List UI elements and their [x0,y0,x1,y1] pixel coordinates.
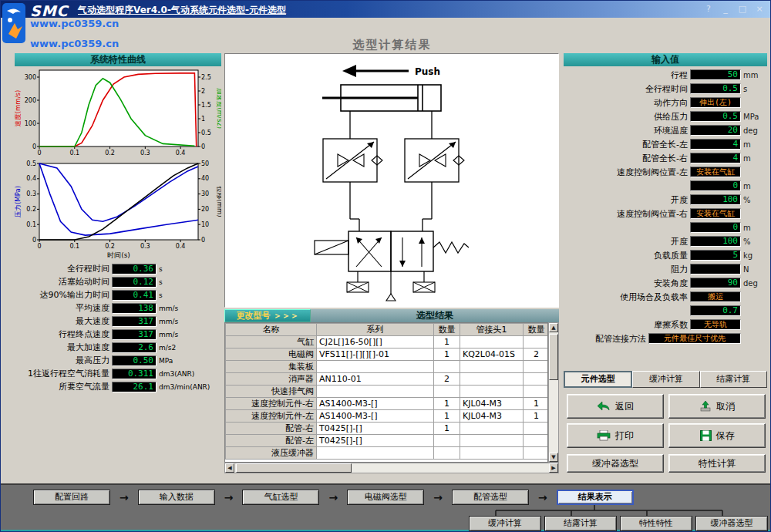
workflow-sub-button[interactable]: 特性特性 [620,516,692,531]
input-value: 0.7 [690,305,741,316]
scroll-up-button[interactable]: ▲ [549,323,558,332]
svg-text:0: 0 [37,243,41,250]
horizontal-scrollbar[interactable]: ◀ ▶ [224,463,559,473]
scroll-right-button[interactable]: ▶ [549,463,558,473]
row-qty2 [524,336,549,348]
workflow-step: → 电磁阀选型 [328,490,424,505]
workflow-sub-button[interactable]: 结露计算 [544,516,617,531]
vertical-scrollbar[interactable]: ▲ ▼ [548,322,559,463]
svg-text:0.3: 0.3 [140,150,150,157]
row-series: T0425[]-[] [317,423,434,435]
result-label: 行程终点速度 [15,328,112,340]
row-qty [434,435,460,447]
selection-table-row[interactable]: 配管-右 T0425[]-[] 1 [226,423,549,435]
tab[interactable]: 缓冲计算 [632,371,699,388]
selection-table-row[interactable]: 集装板 [226,361,549,373]
help-button[interactable]: ? [702,3,715,15]
scroll-left-button[interactable]: ◀ [225,463,234,473]
result-unit: dm3(ANR) [157,370,194,378]
buffer-select-button[interactable]: 缓冲器选型 [567,454,664,473]
selection-table-row[interactable]: 速度控制元件-右 AS1400-M3-[] 1 KJL04-M3 1 [226,398,549,410]
save-button[interactable]: 保存 [668,423,766,448]
result-label: 1往返行程空气消耗量 [15,368,112,379]
horizontal-scroll-thumb[interactable] [236,463,352,473]
row-series: AN110-01 [317,373,434,386]
row-name: 电磁阀 [226,348,317,361]
row-series: AS1400-M3-[] [317,410,434,423]
input-row: 配管全长-左 4 m [564,137,767,151]
speed-controller-left-symbol [323,139,382,182]
row-fitting [460,447,524,460]
cancel-button[interactable]: 取消 [668,394,766,419]
vertical-scroll-thumb[interactable] [549,334,558,380]
row-series: CJ2L[]16-50[][] [317,336,434,348]
input-label: 动作方向 [564,97,690,109]
workflow-bar: 配置回路 → 输入数据 → 气缸选型 → 电磁阀选型 → 配管选型 → 结果表示… [1,483,771,532]
result-label: 所要空气流量 [15,381,112,392]
result-row: 最大速度 317 mm/s [15,315,221,328]
workflow-step-button[interactable]: 气缸选型 [242,490,319,505]
input-label: 速度控制阀位置-右 [564,208,690,220]
selection-table-row[interactable]: 气缸 CJ2L[]16-50[][] 1 [226,336,549,348]
tab[interactable]: 元件选型 [564,371,632,388]
mode-tabs: 元件选型缓冲计算结露计算 [564,371,767,388]
input-value: 4 [690,139,741,150]
selection-table-row[interactable]: 电磁阀 VFS11[]-[][][]-01 1 KQ2L04-01S 2 [226,348,549,361]
input-values-panel: 输入值 行程 50 mm 全行程时间 0.5 s 动作方向 伸出(左) 供给压力… [564,53,767,345]
workflow-sub-button[interactable]: 缓冲计算 [469,516,541,531]
selection-table-header-row: 名称 系列 数量 管接头1 数量 [226,324,549,336]
watermark-url: www.pc0359.cn [30,38,119,49]
input-value: 90 [690,278,741,288]
svg-text:100: 100 [25,120,36,127]
input-values-list: 行程 50 mm 全行程时间 0.5 s 动作方向 伸出(左) 供给压力 0.5… [564,66,767,345]
return-label: 返回 [615,400,634,413]
input-label: 安装角度 [564,278,690,289]
return-button[interactable]: 返回 [567,394,664,419]
row-qty: 1 [434,410,460,423]
selection-table-row[interactable]: 快速排气阀 [226,386,549,398]
print-button[interactable]: 打印 [567,423,664,448]
svg-text:0.4: 0.4 [176,243,186,250]
title-bar: 气动选型程序Ver4.0-气动系统元件选型-元件选型 ? _ □ × [1,1,770,18]
workflow-step-button[interactable]: 结果表示 [557,490,634,505]
result-value: 2.6 [112,342,157,353]
change-model-button[interactable]: 更改型号 ＞＞＞ [224,309,311,322]
selection-result-header: 选型结果 [311,309,559,322]
selection-table-row[interactable]: 液压缓冲器 [226,447,549,460]
selection-table-row[interactable]: 速度控制元件-左 AS1400-M3-[] 1 KJL04-M3 1 [226,410,549,423]
input-label: 负载质量 [564,250,690,261]
result-row: 最大加速度 2.6 m/s2 [15,341,221,354]
minimize-button[interactable]: _ [719,3,732,15]
row-fitting [460,361,524,373]
result-value: 0.36 [112,264,157,274]
secondary-buttons: 缓冲器选型 特性计算 [567,454,766,473]
input-unit: % [741,196,767,204]
svg-text:0.2: 0.2 [105,150,115,157]
workflow-step-button[interactable]: 配置回路 [33,490,110,505]
result-row: 全行程时间 0.36 s [15,262,221,275]
svg-text:1: 1 [201,116,205,123]
svg-text:2.5: 2.5 [201,74,211,81]
maximize-button[interactable]: □ [736,3,749,15]
workflow-step-button[interactable]: 输入数据 [138,490,215,505]
scroll-down-button[interactable]: ▼ [549,453,558,462]
input-panel-header: 输入值 [564,53,767,66]
result-row: 最高压力 0.50 MPa [15,354,221,367]
input-row: 安装角度 90 deg [564,276,767,290]
input-unit: N [741,265,767,274]
characteristic-calc-button[interactable]: 特性计算 [668,454,766,473]
selection-table-row[interactable]: 配管-左 T0425[]-[] [226,435,549,447]
workflow-step-button[interactable]: 电磁阀选型 [347,490,424,505]
workflow-sub-button[interactable]: 缓冲器选型 [695,516,768,531]
tab[interactable]: 结露计算 [700,371,767,388]
input-label: 开度 [564,236,690,247]
result-row: 行程终点速度 317 mm/s [15,328,221,341]
selection-table-row[interactable]: 消声器 AN110-01 2 [226,373,549,386]
curves-panel-header: 系统特性曲线 [15,53,221,66]
close-button[interactable]: × [753,3,766,15]
row-qty: 1 [434,336,460,348]
input-row: 环境温度 20 deg [564,123,767,137]
watermark-url: www.pc0359.cn [30,18,119,29]
row-fitting: KQ2L04-01S [460,348,524,361]
workflow-step-button[interactable]: 配管选型 [452,490,529,505]
